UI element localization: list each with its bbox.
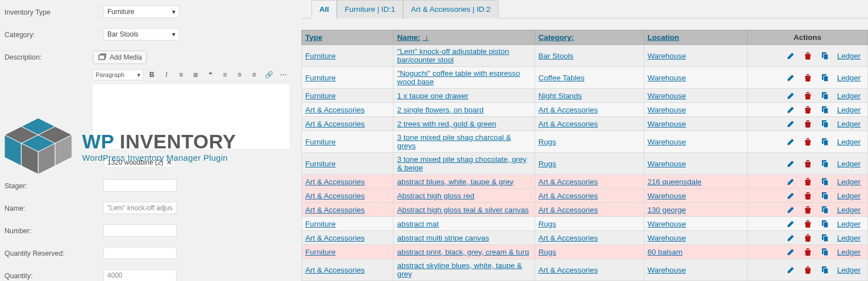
copy-icon[interactable]	[820, 191, 829, 200]
delete-icon[interactable]	[803, 91, 812, 100]
copy-icon[interactable]	[820, 51, 829, 60]
col-type-header[interactable]: Type	[302, 30, 394, 45]
copy-icon[interactable]	[820, 233, 829, 242]
quantity-input[interactable]	[103, 269, 177, 281]
copy-icon[interactable]	[820, 73, 829, 82]
ledger-link[interactable]: Ledger	[837, 120, 861, 128]
edit-icon[interactable]	[786, 73, 795, 82]
location-link[interactable]: Warehouse	[648, 74, 686, 82]
type-link[interactable]: Art & Accessories	[305, 120, 365, 128]
quantity-reserved-input[interactable]	[103, 247, 177, 259]
name-link[interactable]: abstract multi stripe canvas	[397, 234, 489, 242]
type-link[interactable]: Art & Accessories	[305, 266, 365, 274]
location-link[interactable]: Warehouse	[648, 138, 686, 146]
type-link[interactable]: Furniture	[305, 248, 336, 256]
edit-icon[interactable]	[786, 177, 795, 186]
copy-icon[interactable]	[820, 205, 829, 214]
name-link[interactable]: abstract print, black, grey, cream & tur…	[397, 248, 529, 256]
edit-icon[interactable]	[786, 105, 795, 114]
name-link[interactable]: abstract blues, white, taupe & grey	[397, 178, 513, 186]
category-link[interactable]: Rugs	[539, 248, 557, 256]
delete-icon[interactable]	[803, 137, 812, 146]
paragraph-select[interactable]: Paragraph ▾	[93, 70, 143, 80]
name-link[interactable]: 2 single flowers, on board	[397, 106, 483, 114]
col-category-header[interactable]: Category:	[535, 30, 644, 45]
italic-button[interactable]: I	[160, 69, 173, 81]
location-link[interactable]: 130 george	[648, 206, 686, 214]
col-name-header[interactable]: Name: ↓	[394, 30, 535, 45]
delete-icon[interactable]	[803, 177, 812, 186]
ledger-link[interactable]: Ledger	[837, 92, 861, 100]
name-input[interactable]	[103, 202, 177, 214]
name-link[interactable]: abstract skyline blues, white, taupe & g…	[397, 261, 522, 278]
edit-icon[interactable]	[786, 247, 795, 256]
category-link[interactable]: Rugs	[539, 220, 557, 228]
location-link[interactable]: Warehouse	[648, 106, 686, 114]
delete-icon[interactable]	[803, 205, 812, 214]
type-link[interactable]: Furniture	[305, 92, 336, 100]
type-link[interactable]: Art & Accessories	[305, 178, 365, 186]
edit-icon[interactable]	[786, 91, 795, 100]
type-link[interactable]: Art & Accessories	[305, 106, 365, 114]
copy-icon[interactable]	[820, 119, 829, 128]
align-left-button[interactable]: ≡	[219, 69, 231, 81]
ledger-link[interactable]: Ledger	[837, 138, 861, 146]
delete-icon[interactable]	[803, 233, 812, 242]
copy-icon[interactable]	[820, 219, 829, 228]
name-link[interactable]: abstract mat	[397, 220, 438, 228]
category-link[interactable]: Art & Accessories	[539, 192, 598, 200]
name-link[interactable]: Abstract high gloss red	[397, 192, 474, 200]
align-center-button[interactable]: ≡	[233, 69, 246, 81]
location-link[interactable]: 216 queensdale	[648, 178, 702, 186]
link-button[interactable]: 🔗	[263, 69, 275, 81]
delete-icon[interactable]	[803, 247, 812, 256]
category-link[interactable]: Art & Accessories	[539, 266, 598, 274]
ledger-link[interactable]: Ledger	[837, 248, 861, 256]
edit-icon[interactable]	[786, 137, 795, 146]
edit-icon[interactable]	[786, 159, 795, 168]
tab-art-accessories-id-2[interactable]: Art & Accessories | ID:2	[403, 0, 499, 19]
location-link[interactable]: Warehouse	[648, 266, 686, 274]
edit-icon[interactable]	[786, 233, 795, 242]
copy-icon[interactable]	[820, 137, 829, 146]
delete-icon[interactable]	[803, 119, 812, 128]
category-link[interactable]: Art & Accessories	[539, 120, 598, 128]
category-link[interactable]: Night Stands	[539, 92, 582, 100]
add-media-button[interactable]: Add Media	[93, 51, 147, 64]
copy-icon[interactable]	[820, 105, 829, 114]
category-link[interactable]: Coffee Tables	[539, 74, 585, 82]
category-link[interactable]: Bar Stools	[539, 52, 573, 60]
ledger-link[interactable]: Ledger	[837, 234, 861, 242]
ledger-link[interactable]: Ledger	[837, 160, 861, 168]
tab-furniture-id-1[interactable]: Furniture | ID:1	[337, 0, 403, 19]
type-link[interactable]: Art & Accessories	[305, 192, 365, 200]
tab-all[interactable]: All	[311, 0, 337, 19]
edit-icon[interactable]	[786, 205, 795, 214]
ledger-link[interactable]: Ledger	[837, 178, 861, 186]
location-link[interactable]: Warehouse	[648, 234, 686, 242]
type-link[interactable]: Art & Accessories	[305, 234, 365, 242]
category-link[interactable]: Art & Accessories	[539, 106, 598, 114]
ledger-link[interactable]: Ledger	[837, 266, 861, 274]
copy-icon[interactable]	[820, 265, 829, 274]
bullet-list-button[interactable]: ≡	[175, 69, 187, 81]
type-link[interactable]: Furniture	[305, 52, 336, 60]
location-link[interactable]: Warehouse	[648, 52, 686, 60]
name-link[interactable]: Abstract high gloss teal & silver canvas	[397, 206, 528, 214]
type-link[interactable]: Furniture	[305, 220, 336, 228]
more-button[interactable]: ⋯	[277, 69, 290, 81]
name-link[interactable]: 1 x taupe one drawer	[397, 92, 468, 100]
ledger-link[interactable]: Ledger	[837, 220, 861, 228]
category-link[interactable]: Rugs	[539, 160, 557, 168]
inventory-type-select[interactable]: Furniture ▾	[103, 6, 179, 18]
delete-icon[interactable]	[803, 73, 812, 82]
edit-icon[interactable]	[786, 191, 795, 200]
location-link[interactable]: 60 balsam	[648, 248, 682, 256]
ledger-link[interactable]: Ledger	[837, 74, 861, 82]
category-select[interactable]: Bar Stools ▾	[103, 28, 179, 40]
name-link[interactable]: 2 trees with red, gold & green	[397, 120, 496, 128]
type-link[interactable]: Furniture	[305, 138, 336, 146]
name-link[interactable]: "Lem" knock-off adjustable piston bar/co…	[397, 47, 509, 64]
edit-icon[interactable]	[786, 119, 795, 128]
delete-icon[interactable]	[803, 105, 812, 114]
